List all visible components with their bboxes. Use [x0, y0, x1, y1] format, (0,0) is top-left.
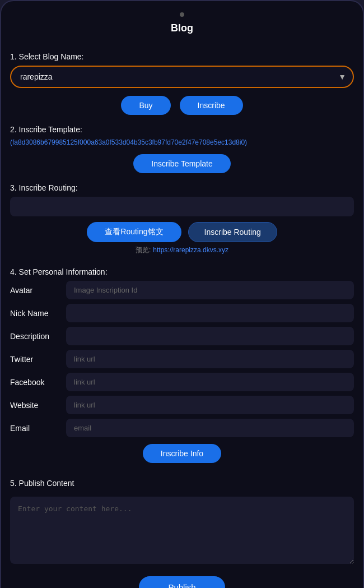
twitter-label: Twitter [10, 355, 66, 364]
routing-btn-row: 查看Routing铭文 Inscribe Routing [10, 222, 354, 242]
avatar-label: Avatar [10, 286, 66, 295]
inscribe-routing-button[interactable]: Inscribe Routing [188, 222, 277, 242]
device-frame: Blog 1. Select Blog Name: rarepizza ▼ Bu… [0, 0, 364, 588]
publish-button[interactable]: Publish [139, 576, 225, 588]
twitter-input[interactable] [66, 350, 354, 368]
nickname-input[interactable] [66, 304, 354, 322]
section3-label: 3. Inscribe Routing: [10, 183, 354, 192]
template-hash: (fa8d3086b679985125f000a63a0f533d04b35c3… [10, 138, 354, 146]
website-label: Website [10, 401, 66, 410]
section-inscribe-routing: 3. Inscribe Routing: 查看Routing铭文 Inscrib… [10, 175, 354, 260]
section5-label: 5. Publish Content [10, 479, 354, 488]
description-input[interactable] [66, 327, 354, 345]
main-content: 1. Select Blog Name: rarepizza ▼ Buy Ins… [10, 44, 354, 588]
blog-select-wrapper: rarepizza ▼ [10, 66, 354, 88]
content-textarea[interactable] [10, 497, 354, 564]
facebook-input[interactable] [66, 373, 354, 391]
preview-link-row: 预览:https://rarepizza.dkvs.xyz [10, 246, 354, 255]
section4-label: 4. Set Personal Information: [10, 267, 354, 276]
inscribe-info-row: Inscribe Info [10, 444, 354, 463]
section-personal-info: 4. Set Personal Information: Avatar Nick… [10, 260, 354, 471]
email-input[interactable] [66, 419, 354, 437]
page-title: Blog [171, 22, 193, 34]
twitter-row: Twitter [10, 350, 354, 368]
routing-input[interactable] [10, 197, 354, 216]
nickname-row: Nick Name [10, 304, 354, 322]
publish-btn-row: Publish [10, 576, 354, 588]
section-blog-name: 1. Select Blog Name: rarepizza ▼ Buy Ins… [10, 44, 354, 117]
inscribe-info-button[interactable]: Inscribe Info [143, 444, 221, 463]
email-row: Email [10, 419, 354, 437]
description-label: Description [10, 332, 66, 341]
section-publish-content: 5. Publish Content [10, 471, 354, 566]
avatar-row: Avatar [10, 281, 354, 299]
facebook-label: Facebook [10, 378, 66, 387]
website-input[interactable] [66, 396, 354, 414]
facebook-row: Facebook [10, 373, 354, 391]
nickname-label: Nick Name [10, 309, 66, 318]
buy-inscribe-row: Buy Inscribe [10, 96, 354, 115]
inscribe-template-button[interactable]: Inscribe Template [133, 154, 230, 173]
section-inscribe-template: 2. Inscribe Template: (fa8d3086b67998512… [10, 117, 354, 175]
description-row: Description [10, 327, 354, 345]
inscribe-template-row: Inscribe Template [10, 154, 354, 173]
view-routing-button[interactable]: 查看Routing铭文 [87, 222, 181, 242]
section2-label: 2. Inscribe Template: [10, 125, 354, 134]
blog-name-select[interactable]: rarepizza [10, 66, 354, 88]
website-row: Website [10, 396, 354, 414]
notch [180, 12, 184, 17]
email-label: Email [10, 424, 66, 433]
preview-url[interactable]: https://rarepizza.dkvs.xyz [153, 246, 228, 254]
avatar-input[interactable] [66, 281, 354, 299]
inscribe-button[interactable]: Inscribe [180, 96, 243, 115]
preview-label: 预览: [136, 246, 151, 254]
buy-button[interactable]: Buy [121, 96, 170, 115]
section1-label: 1. Select Blog Name: [10, 52, 354, 61]
